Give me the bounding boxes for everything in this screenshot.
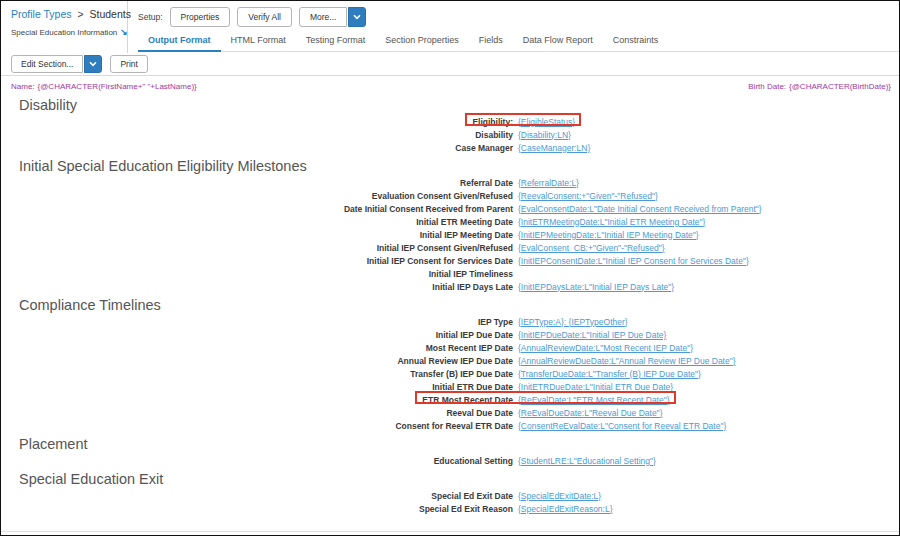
field-label: Initial IEP Timeliness xyxy=(1,269,513,279)
field-label: Initial ETR Due Date xyxy=(1,382,513,392)
field-label-text: ETR Most Recent Date xyxy=(422,395,513,405)
field-label-text: Eligibility: xyxy=(472,117,513,127)
bottom-divider xyxy=(1,531,899,532)
tab-section-properties[interactable]: Section Properties xyxy=(375,31,469,51)
field-value-link[interactable]: {SpecialEdExitReason:L} xyxy=(518,504,613,514)
field-row: Initial IEP Days Late{InitIEPDaysLate:L"… xyxy=(1,280,899,293)
more-button[interactable]: More... xyxy=(299,7,347,27)
field-label: Initial IEP Consent for Services Date xyxy=(1,256,513,266)
field-label-text: Initial IEP Meeting Date xyxy=(420,230,513,240)
section-title: Compliance Timelines xyxy=(19,297,899,313)
field-label: Date Initial Consent Received from Paren… xyxy=(1,204,513,214)
breadcrumb: Profile Types > Students xyxy=(11,8,123,20)
tab-fields[interactable]: Fields xyxy=(469,31,513,51)
edit-section-split-button: Edit Section... xyxy=(11,55,102,73)
birthdate-value: {@CHARACTER(BirthDate)} xyxy=(789,82,891,91)
field-label: Initial IEP Days Late xyxy=(1,282,513,292)
field-row: Special Ed Exit Date{SpecialEdExitDate:L… xyxy=(1,489,899,502)
field-label: Special Ed Exit Date xyxy=(1,491,513,501)
field-label: Referral Date xyxy=(1,178,513,188)
chevron-down-icon[interactable] xyxy=(348,7,366,27)
field-value-link[interactable]: {ReEvalDate:L"ETR Most Recent Date"} xyxy=(518,395,670,405)
field-value-link[interactable]: {ConsentReEvalDate:L"Consent for Reeval … xyxy=(518,421,726,431)
field-value-link[interactable]: {ReevalConsent:+"Given"-"Refused"} xyxy=(518,191,658,201)
field-label-text: Most Recent IEP Date xyxy=(426,343,513,353)
section-title: Special Education Exit xyxy=(19,471,899,487)
field-label-text: IEP Type xyxy=(478,317,513,327)
breadcrumb-profile-types[interactable]: Profile Types xyxy=(11,8,72,20)
field-label: Special Ed Exit Reason xyxy=(1,504,513,514)
field-label: Reeval Due Date xyxy=(1,408,513,418)
field-label-text: Educational Setting xyxy=(434,456,513,466)
field-value-link[interactable]: {IEPType:A}: {IEPTypeOther} xyxy=(518,317,628,327)
field-value-link[interactable]: {InitIEPDaysLate:L"Initial IEP Days Late… xyxy=(518,282,674,292)
field-label-text: Transfer (B) IEP Due Date xyxy=(410,369,513,379)
field-row: Consent for Reeval ETR Date{ConsentReEva… xyxy=(1,419,899,432)
more-split-button: More... xyxy=(299,7,366,27)
field-value-link[interactable]: {InitETRMeetingDate:L"Initial ETR Meetin… xyxy=(518,217,705,227)
field-row: Educational Setting{StudentLRE:L"Educati… xyxy=(1,454,899,467)
name-template: Name:{@CHARACTER(FirstName+" "+LastName)… xyxy=(11,82,197,91)
print-button[interactable]: Print xyxy=(110,55,147,73)
name-value: {@CHARACTER(FirstName+" "+LastName)} xyxy=(38,82,197,91)
field-value-link[interactable]: {InitIEPMeetingDate:L"Initial IEP Meetin… xyxy=(518,230,699,240)
section: Compliance TimelinesIEP Type{IEPType:A}:… xyxy=(1,297,899,432)
field-value-link[interactable]: {InitIEPDueDate:L"Initial IEP Due Date} xyxy=(518,330,666,340)
field-row: IEP Type{IEPType:A}: {IEPTypeOther} xyxy=(1,315,899,328)
field-label: Annual Review IEP Due Date xyxy=(1,356,513,366)
tab-data-flow-report[interactable]: Data Flow Report xyxy=(513,31,603,51)
field-label-text: Referral Date xyxy=(460,178,513,188)
section-jump-link[interactable]: Special Education Information↘ xyxy=(11,27,123,37)
field-value-link[interactable]: {AnnualReviewDueDate:L"Annual Review IEP… xyxy=(518,356,736,366)
section: PlacementEducational Setting{StudentLRE:… xyxy=(1,436,899,467)
field-row: Eligibility:{EligibleStatus} xyxy=(1,115,899,128)
field-row: Initial ETR Meeting Date{InitETRMeetingD… xyxy=(1,215,899,228)
birthdate-label: Birth Date: xyxy=(748,82,786,91)
field-value-link[interactable]: {EligibleStatus} xyxy=(518,117,575,127)
field-label: Evaluation Consent Given/Refused xyxy=(1,191,513,201)
tab-testing-format[interactable]: Testing Format xyxy=(296,31,376,51)
toolbar: Setup: Properties Verify All More... xyxy=(138,5,899,29)
field-value-link[interactable]: {StudentLRE:L"Educational Setting"} xyxy=(518,456,656,466)
field-value-link[interactable]: {EvalConsentDate:L"Date Initial Consent … xyxy=(518,204,762,214)
field-row: Initial IEP Due Date{InitIEPDueDate:L"In… xyxy=(1,328,899,341)
edit-section-button[interactable]: Edit Section... xyxy=(11,55,83,73)
name-label: Name: xyxy=(11,82,35,91)
field-row: Initial IEP Timeliness xyxy=(1,267,899,280)
verify-all-button[interactable]: Verify All xyxy=(237,7,292,27)
field-value-link[interactable]: {SpecialEdExitDate:L} xyxy=(518,491,601,501)
section-title: Placement xyxy=(19,436,899,452)
down-right-arrow-icon: ↘ xyxy=(120,27,128,37)
template-header-row: Name:{@CHARACTER(FirstName+" "+LastName)… xyxy=(1,76,899,93)
field-value-link[interactable]: {EvalConsent_CB:+"Given"-"Refused"} xyxy=(518,243,665,253)
field-label-text: Annual Review IEP Due Date xyxy=(397,356,513,366)
tab-constraints[interactable]: Constraints xyxy=(603,31,669,51)
chevron-down-icon[interactable] xyxy=(84,55,102,73)
tab-output-format[interactable]: Output Format xyxy=(138,31,221,52)
field-label-text: Reeval Due Date xyxy=(446,408,513,418)
field-value-link[interactable]: {InitETRDueDate:L"Initial ETR Due Date} xyxy=(518,382,673,392)
field-label: Case Manager xyxy=(1,143,513,153)
app-window: Profile Types > Students Special Educati… xyxy=(0,0,900,536)
field-label-text: Special Ed Exit Reason xyxy=(419,504,513,514)
properties-button[interactable]: Properties xyxy=(170,7,231,27)
field-label: Initial IEP Due Date xyxy=(1,330,513,340)
field-value-link[interactable]: {AnnualReviewDate:L"Most Recent IEP Date… xyxy=(518,343,693,353)
field-value-link[interactable]: {ReferralDate:L} xyxy=(518,178,579,188)
field-row: Initial IEP Consent Given/Refused{EvalCo… xyxy=(1,241,899,254)
field-value-link[interactable]: {InitIEPConsentDate:L"Initial IEP Consen… xyxy=(518,256,749,266)
field-label-text: Initial IEP Days Late xyxy=(432,282,513,292)
section: DisabilityEligibility:{EligibleStatus}Di… xyxy=(1,97,899,154)
field-value-link[interactable]: {CaseManager:LN} xyxy=(518,143,590,153)
sections: DisabilityEligibility:{EligibleStatus}Di… xyxy=(1,97,899,515)
field-label-text: Special Ed Exit Date xyxy=(431,491,513,501)
field-value-link[interactable]: {TransferDueDate:L"Transfer (B) IEP Due … xyxy=(518,369,701,379)
field-label-text: Date Initial Consent Received from Paren… xyxy=(344,204,513,214)
field-label-text: Initial IEP Due Date xyxy=(436,330,513,340)
tab-html-format[interactable]: HTML Format xyxy=(221,31,296,51)
field-value-link[interactable]: {ReEvalDueDate:L"Reeval Due Date"} xyxy=(518,408,662,418)
field-row: Initial IEP Meeting Date{InitIEPMeetingD… xyxy=(1,228,899,241)
field-value-link[interactable]: {Disability:LN} xyxy=(518,130,571,140)
field-label-text: Evaluation Consent Given/Refused xyxy=(372,191,513,201)
field-label: ETR Most Recent Date xyxy=(1,395,513,405)
